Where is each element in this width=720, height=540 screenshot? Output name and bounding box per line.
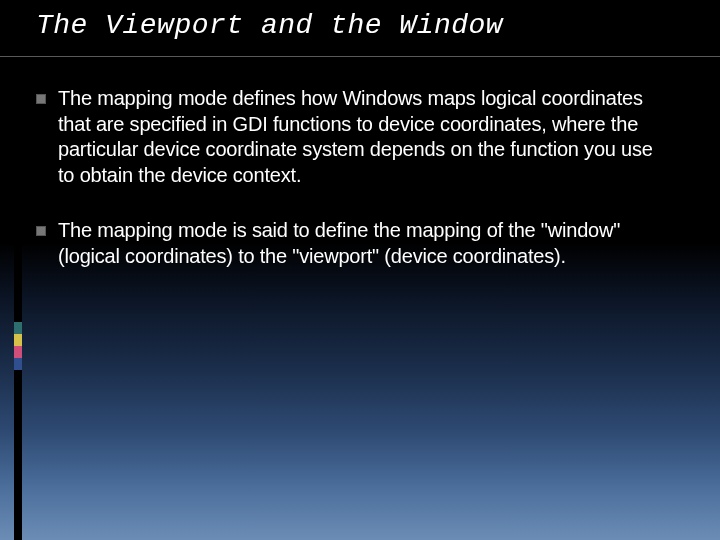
accent-seg-yellow: [14, 334, 22, 346]
accent-seg-bottom: [14, 370, 22, 540]
slide-title: The Viewport and the Window: [36, 10, 503, 41]
bullet-item: The mapping mode is said to define the m…: [36, 218, 674, 269]
accent-seg-pink: [14, 346, 22, 358]
accent-seg-spacer: [14, 60, 22, 322]
bullet-text: The mapping mode defines how Windows map…: [58, 86, 674, 188]
accent-strip: [14, 0, 22, 540]
bullet-icon: [36, 226, 46, 236]
slide: The Viewport and the Window The mapping …: [0, 0, 720, 540]
bullet-item: The mapping mode defines how Windows map…: [36, 86, 674, 188]
accent-seg-blue: [14, 358, 22, 370]
accent-seg-teal: [14, 322, 22, 334]
bullet-icon: [36, 94, 46, 104]
slide-body: The mapping mode defines how Windows map…: [36, 86, 674, 300]
bullet-text: The mapping mode is said to define the m…: [58, 218, 674, 269]
accent-seg-top: [14, 0, 22, 60]
title-underline: [0, 56, 720, 57]
